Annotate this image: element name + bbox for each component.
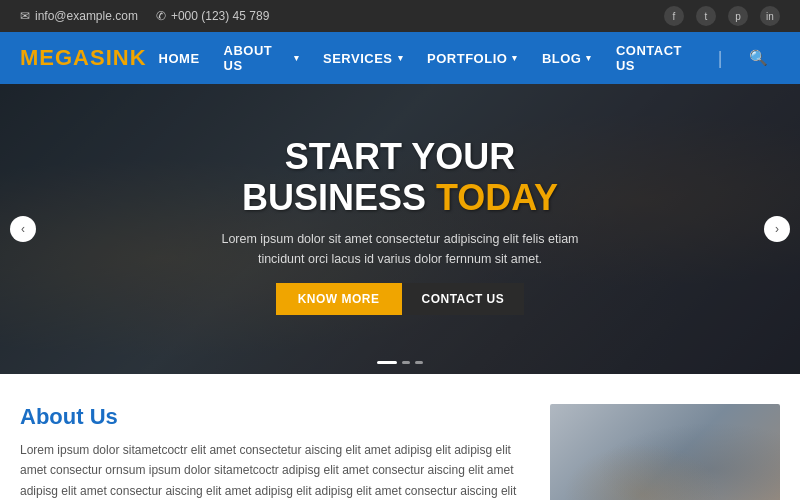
about-text: About Us Lorem ipsum dolor sitametcoctr … — [20, 404, 520, 500]
top-bar-social: f t p in — [664, 6, 780, 26]
nav-link-blog[interactable]: BLOG ▾ — [530, 51, 604, 66]
hero-dots — [377, 361, 423, 364]
hero-subtitle: Lorem ipsum dolor sit amet consectetur a… — [200, 229, 600, 269]
nav-item-blog[interactable]: BLOG ▾ — [530, 51, 604, 66]
nav-item-about[interactable]: ABOUT US ▾ — [212, 43, 311, 73]
navbar: MEGASINK HOME ABOUT US ▾ SERVICES ▾ PORT… — [0, 32, 800, 84]
top-bar-contact: ✉ info@example.com ✆ +000 (123) 45 789 — [20, 9, 269, 23]
twitter-icon[interactable]: t — [696, 6, 716, 26]
nav-item-contact[interactable]: CONTACT US — [604, 43, 710, 73]
hero-arrow-right[interactable]: › — [764, 216, 790, 242]
nav-item-services[interactable]: SERVICES ▾ — [311, 51, 415, 66]
logo-text: EGASINK — [39, 45, 146, 70]
hero-dot-2[interactable] — [402, 361, 410, 364]
nav-link-services[interactable]: SERVICES ▾ — [311, 51, 415, 66]
facebook-icon[interactable]: f — [664, 6, 684, 26]
hero-dot-3[interactable] — [415, 361, 423, 364]
nav-item-home[interactable]: HOME — [147, 51, 212, 66]
nav-search[interactable]: 🔍 — [731, 49, 781, 67]
left-arrow-icon: ‹ — [21, 222, 25, 236]
hero-title: START YOUR BUSINESS TODAY — [0, 136, 800, 219]
nav-item-portfolio[interactable]: PORTFOLIO ▾ — [415, 51, 530, 66]
nav-divider: | — [710, 48, 731, 69]
pinterest-icon[interactable]: p — [728, 6, 748, 26]
hero-section: ‹ › START YOUR BUSINESS TODAY Lorem ipsu… — [0, 84, 800, 374]
hero-title-highlight: TODAY — [436, 177, 558, 218]
about-body: Lorem ipsum dolor sitametcoctr elit amet… — [20, 440, 520, 500]
about-caret: ▾ — [294, 53, 300, 63]
phone-item: ✆ +000 (123) 45 789 — [156, 9, 269, 23]
nav-links: HOME ABOUT US ▾ SERVICES ▾ PORTFOLIO ▾ B… — [147, 43, 780, 73]
hero-content: START YOUR BUSINESS TODAY Lorem ipsum do… — [0, 84, 800, 315]
hero-buttons: KNOW MORE CONTACT US — [0, 283, 800, 315]
logo-highlight: M — [20, 45, 39, 70]
phone-icon: ✆ — [156, 9, 166, 23]
about-section: About Us Lorem ipsum dolor sitametcoctr … — [0, 374, 800, 500]
search-icon[interactable]: 🔍 — [731, 49, 781, 67]
logo[interactable]: MEGASINK — [20, 45, 147, 71]
portfolio-caret: ▾ — [512, 53, 518, 63]
hero-dot-1[interactable] — [377, 361, 397, 364]
contact-us-button[interactable]: CONTACT US — [402, 283, 525, 315]
blog-caret: ▾ — [586, 53, 592, 63]
nav-link-contact[interactable]: CONTACT US — [604, 43, 710, 73]
email-text: info@example.com — [35, 9, 138, 23]
phone-text: +000 (123) 45 789 — [171, 9, 269, 23]
hero-title-line1: START YOUR — [285, 136, 516, 177]
hero-title-line2-normal: BUSINESS — [242, 177, 436, 218]
top-bar: ✉ info@example.com ✆ +000 (123) 45 789 f… — [0, 0, 800, 32]
email-item: ✉ info@example.com — [20, 9, 138, 23]
about-title: About Us — [20, 404, 520, 430]
email-icon: ✉ — [20, 9, 30, 23]
right-arrow-icon: › — [775, 222, 779, 236]
instagram-icon[interactable]: in — [760, 6, 780, 26]
nav-link-home[interactable]: HOME — [147, 51, 212, 66]
nav-link-portfolio[interactable]: PORTFOLIO ▾ — [415, 51, 530, 66]
about-image — [550, 404, 780, 500]
nav-link-about[interactable]: ABOUT US ▾ — [212, 43, 311, 73]
services-caret: ▾ — [398, 53, 404, 63]
know-more-button[interactable]: KNOW MORE — [276, 283, 402, 315]
hero-arrow-left[interactable]: ‹ — [10, 216, 36, 242]
